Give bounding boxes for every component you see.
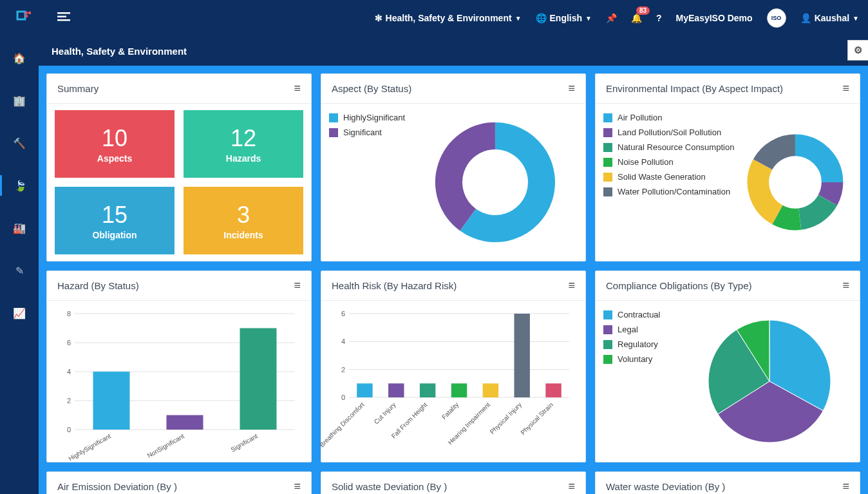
legend-item: Significant [329,128,413,137]
legend-label: Water Pollution/Contamination [618,187,730,196]
chart-legend: HighlySignificantSignificant [329,110,413,254]
panel-title: Summary [57,83,99,94]
legend-label: Contractual [618,310,660,319]
legend-label: Air Pollution [618,113,662,122]
tile-label: Hazards [226,153,261,164]
sidebar-edit-icon[interactable]: ✎ [0,260,39,281]
panel-menu-icon[interactable]: ≡ [294,82,301,95]
user-menu[interactable]: 👤 Kaushal ▼ [800,13,859,23]
svg-rect-3 [25,15,28,17]
notification-count: 83 [636,6,650,15]
legend-label: Noise Pollution [618,157,674,167]
svg-rect-31 [357,383,372,397]
legend-swatch [603,113,612,122]
panel-env-impact: Environmental Impact (By Aspect Impact) … [595,73,860,261]
svg-rect-41 [514,314,530,397]
tile-number: 12 [231,125,256,152]
svg-rect-1 [25,12,28,14]
legend-swatch [603,325,612,334]
panel-solid-waste: Solid waste Deviation (By ) ≡ [321,471,586,494]
svg-text:2: 2 [341,366,345,374]
legend-item: Water Pollution/Contamination [603,187,739,196]
language-selector[interactable]: 🌐 English ▼ [536,13,592,23]
tile-label: Obligation [92,230,137,240]
legend-item: Contractual [603,310,687,319]
svg-text:HighlySignificant: HighlySignificant [67,432,112,462]
panel-health-risk: Health Risk (By Hazard Risk) ≡ 0246Breat… [321,271,586,462]
panel-menu-icon[interactable]: ≡ [842,279,849,292]
legend-swatch [603,340,612,349]
legend-item: Legal [603,325,687,334]
legend-label: Voluntary [618,354,652,364]
notifications-bell[interactable]: 🔔 83 [631,13,642,23]
demo-label[interactable]: MyEasyISO Demo [676,13,753,23]
sidebar-building-icon[interactable]: 🏢 [0,90,39,111]
sidebar-industry-icon[interactable]: 🏭 [0,218,39,238]
panel-menu-icon[interactable]: ≡ [568,82,575,95]
svg-text:4: 4 [341,337,345,345]
summary-tile[interactable]: 15Obligation [55,187,175,254]
svg-text:Breathing Discomfort: Breathing Discomfort [318,401,366,448]
caret-down-icon: ▼ [853,15,859,22]
language-label: English [550,13,583,23]
panel-menu-icon[interactable]: ≡ [842,82,849,95]
legend-item: Regulatory [603,339,687,349]
panel-title: Hazard (By Status) [57,280,139,291]
sidebar-toggle-icon[interactable] [57,12,70,24]
module-selector[interactable]: ✻ Health, Safety & Environment ▼ [375,13,522,23]
sidebar-home-icon[interactable]: 🏠 [0,48,39,68]
panel-title: Air Emission Deviation (By ) [57,481,177,492]
user-name: Kaushal [815,13,849,23]
panel-title: Health Risk (By Hazard Risk) [332,280,457,291]
panel-menu-icon[interactable]: ≡ [842,480,849,493]
svg-rect-4 [57,12,70,14]
svg-rect-21 [240,328,277,430]
legend-label: Solid Waste Generation [618,172,706,182]
breadcrumb: Health, Safety & Environment ⚙ [39,36,868,66]
sidebar-leaf-icon[interactable]: 🍃 [0,175,39,196]
svg-text:NonSignificant: NonSignificant [146,432,186,459]
legend-swatch [603,310,612,319]
sidebar-chart-icon[interactable]: 📈 [0,303,39,323]
legend-label: Regulatory [618,339,658,349]
pin-icon[interactable]: 📌 [606,13,617,23]
panel-summary: Summary ≡ 10Aspects12Hazards15Obligation… [46,73,312,261]
svg-text:Cut Injury: Cut Injury [373,401,397,426]
summary-tile[interactable]: 3Incidents [184,187,303,254]
sidebar-gavel-icon[interactable]: 🔨 [0,133,39,153]
help-icon[interactable]: ? [656,13,662,23]
legend-item: Natural Resource Consumption [603,142,739,152]
legend-swatch [603,158,612,167]
svg-text:0: 0 [341,394,345,401]
org-avatar[interactable]: ISO [767,8,786,28]
legend-swatch [603,355,612,364]
page-settings-gear-icon[interactable]: ⚙ [847,40,868,61]
panel-title: Environmental Impact (By Aspect Impact) [606,83,783,94]
svg-rect-39 [483,383,498,397]
panel-menu-icon[interactable]: ≡ [568,279,575,292]
svg-rect-2 [28,12,31,14]
panel-air-emission: Air Emission Deviation (By ) ≡ [46,471,312,494]
hazard-bar-chart: 02468HighlySignificantNonSignificantSign… [55,307,303,455]
cog-icon: ✻ [375,13,382,23]
panel-menu-icon[interactable]: ≡ [294,480,301,493]
legend-item: Noise Pollution [603,157,739,167]
app-logo[interactable] [9,10,38,26]
panel-menu-icon[interactable]: ≡ [294,279,301,292]
svg-rect-5 [57,16,66,18]
tile-number: 10 [102,125,127,152]
caret-down-icon: ▼ [515,15,522,22]
legend-item: Solid Waste Generation [603,172,739,182]
panel-water-waste: Water waste Deviation (By ) ≡ [595,471,860,494]
panel-menu-icon[interactable]: ≡ [568,480,575,493]
legend-label: Land Pollution/Soil Pollution [618,128,721,137]
svg-text:Physical Strain: Physical Strain [519,401,554,437]
module-label: Health, Safety & Environment [386,13,512,23]
svg-text:0: 0 [67,426,71,433]
summary-tile[interactable]: 10Aspects [55,110,175,178]
aspect-donut-chart [431,118,560,247]
tile-number: 15 [102,202,127,229]
user-icon: 👤 [800,13,811,23]
svg-text:6: 6 [67,339,71,347]
summary-tile[interactable]: 12Hazards [184,110,303,178]
